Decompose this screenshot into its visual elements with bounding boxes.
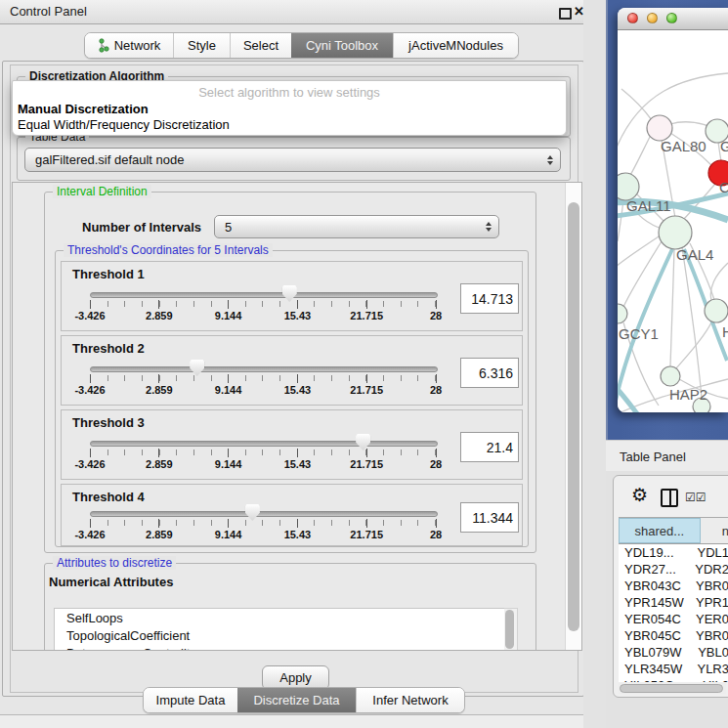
- scrollbar-thumb[interactable]: [568, 202, 579, 631]
- node-table: shared... n YDL19...YDL1 YDR27...YDR2 YB…: [619, 517, 728, 682]
- select-columns-icons[interactable]: ☑☑: [685, 491, 707, 504]
- node-label: C: [719, 179, 728, 195]
- tab-select[interactable]: Select: [230, 33, 291, 58]
- scrollbar-thumb[interactable]: [505, 610, 514, 649]
- threshold-1-label: Threshold 1: [72, 267, 145, 281]
- tab-cyni-toolbox[interactable]: Cyni Toolbox: [291, 33, 393, 58]
- control-panel-title: Control Panel: [10, 4, 87, 19]
- node-hap2[interactable]: [661, 366, 680, 386]
- table-row[interactable]: YLR345WYLR3: [619, 661, 728, 677]
- threshold-1-slider[interactable]: -3.426 2.859 9.144 15.43 21.715 28: [90, 289, 436, 324]
- slider-minor-ticks: [90, 301, 436, 307]
- numerical-attributes-list[interactable]: SelfLoops TopologicalCoefficient Between…: [54, 608, 505, 651]
- list-item[interactable]: SelfLoops: [55, 609, 504, 626]
- tab-network[interactable]: Network: [85, 33, 173, 58]
- table-data-group: Table Data galFiltered.sif default node: [17, 137, 571, 181]
- table-row[interactable]: YDL19...YDL1: [619, 544, 728, 561]
- slider-track[interactable]: [90, 511, 438, 517]
- tab-discretize-data[interactable]: Discretize Data: [237, 688, 356, 712]
- settings-vertical-scrollbar[interactable]: [565, 183, 582, 650]
- tab-style[interactable]: Style: [173, 33, 230, 58]
- cyni-mode-tabbar: Impute Data Discretize Data Infer Networ…: [143, 687, 465, 713]
- slider-thumb[interactable]: [356, 434, 370, 450]
- threshold-2-label: Threshold 2: [72, 341, 145, 356]
- threshold-3-slider[interactable]: -3.426 2.859 9.144 15.43 21.715 28: [90, 438, 436, 473]
- network-canvas[interactable]: GAL80 G C GAL11 GAL4 GCY1 H HAP2: [618, 30, 728, 412]
- table-horizontal-scrollbar[interactable]: [619, 683, 726, 694]
- slider-track[interactable]: [90, 292, 438, 298]
- node-gal11[interactable]: [618, 173, 639, 200]
- table-panel-titlebar: Table Panel: [606, 440, 728, 472]
- threshold-2-slider[interactable]: -3.426 2.859 9.144 15.43 21.715 28: [90, 364, 436, 399]
- node-gcy1[interactable]: [618, 304, 627, 323]
- slider-thumb[interactable]: [190, 360, 204, 376]
- table-row[interactable]: YDR27...YDR2: [619, 561, 728, 578]
- threshold-2-value-field[interactable]: 6.316: [460, 358, 519, 388]
- dropdown-item-equal-width-frequency[interactable]: Equal Width/Frequency Discretization: [18, 117, 230, 132]
- slider-track[interactable]: [90, 366, 438, 372]
- slider-track[interactable]: [90, 441, 438, 447]
- threshold-3-panel: Threshold 3 -3.426 2.859 9.144 15.43 21.…: [61, 409, 523, 480]
- settings-scrollpane: Interval Definition Number of Intervals …: [12, 182, 582, 651]
- table-row[interactable]: YPR145WYPR1: [619, 594, 728, 611]
- node-label: GCY1: [619, 325, 659, 342]
- table-row[interactable]: YER054CYER0: [619, 611, 728, 627]
- interval-definition-title: Interval Definition: [53, 185, 151, 198]
- node-label: GAL80: [661, 138, 707, 154]
- attributes-list-scrollbar[interactable]: [504, 608, 518, 651]
- table-row[interactable]: YBL079WYBL0: [619, 644, 728, 661]
- table-data-combobox[interactable]: galFiltered.sif default node: [24, 148, 561, 172]
- column-header-name[interactable]: n: [701, 518, 728, 543]
- slider-thumb[interactable]: [245, 504, 260, 521]
- network-icon: [98, 38, 109, 53]
- list-item[interactable]: BetweennessCentrality: [55, 644, 504, 651]
- node-gal4[interactable]: [659, 216, 692, 249]
- combo-stepper-icon: [486, 222, 492, 232]
- number-of-intervals-label: Number of Intervals: [82, 220, 201, 235]
- threshold-4-value-field[interactable]: 11.344: [460, 502, 519, 533]
- node-label: HAP2: [669, 386, 707, 403]
- network-nodes[interactable]: [618, 115, 728, 412]
- number-of-intervals-combobox[interactable]: 5: [214, 215, 499, 238]
- thresholds-group: Threshold's Coordinates for 5 Intervals …: [55, 250, 529, 547]
- table-panel-title: Table Panel: [620, 450, 686, 464]
- algorithm-dropdown-hint: Select algorithm to view settings: [13, 85, 566, 100]
- threshold-2-panel: Threshold 2 -3.426 2.859 9.144 15.43 21.…: [61, 335, 523, 406]
- split-columns-icon[interactable]: [661, 489, 678, 507]
- control-panel-titlebar: Control Panel ✕: [0, 0, 586, 24]
- thresholds-group-title: Threshold's Coordinates for 5 Intervals: [64, 243, 273, 257]
- combo-stepper-icon: [547, 155, 553, 165]
- dropdown-item-manual-discretization[interactable]: Manual Discretization: [18, 102, 149, 116]
- tab-impute-data[interactable]: Impute Data: [144, 688, 237, 712]
- table-panel-body: ⚙ ☑☑ shared... n YDL19...YDL1 YDR27...YD…: [613, 475, 728, 698]
- network-window-titlebar[interactable]: [618, 8, 728, 30]
- column-header-shared-name[interactable]: shared...: [619, 518, 701, 543]
- gear-icon[interactable]: ⚙: [631, 486, 648, 504]
- table-row[interactable]: YIL052CYIL0: [619, 677, 728, 682]
- float-window-icon[interactable]: [559, 8, 572, 20]
- threshold-4-panel: Threshold 4 -3.426 2.859 9.144 15.43 21.…: [61, 484, 523, 546]
- close-window-icon[interactable]: [627, 13, 638, 23]
- threshold-4-slider[interactable]: -3.426 2.859 9.144 15.43 21.715 28: [90, 508, 436, 543]
- minimize-window-icon[interactable]: [647, 13, 658, 23]
- table-row[interactable]: YBR043CYBR0: [619, 578, 728, 594]
- threshold-3-value-field[interactable]: 21.4: [460, 432, 519, 462]
- scrollbar-thumb[interactable]: [620, 684, 723, 693]
- slider-thumb[interactable]: [282, 285, 297, 302]
- threshold-1-value-field[interactable]: 14.713: [460, 283, 519, 314]
- attributes-group-title: Attributes to discretize: [53, 556, 176, 570]
- tab-infer-network[interactable]: Infer Network: [356, 688, 464, 712]
- table-row[interactable]: YBR045CYBR0: [619, 627, 728, 644]
- tab-jactivemnodules[interactable]: jActiveMNodules: [393, 33, 518, 58]
- list-item[interactable]: TopologicalCoefficient: [55, 626, 504, 644]
- node-label: GAL4: [676, 246, 713, 263]
- zoom-window-icon[interactable]: [666, 13, 677, 23]
- control-panel-tabbar: Network Style Select Cyni Toolbox jActiv…: [84, 32, 519, 59]
- node-label: H: [722, 323, 728, 340]
- slider-minor-ticks: [90, 520, 436, 526]
- threshold-1-panel: Threshold 1 -3.426 2.859 9.144 15.43 21.…: [61, 261, 523, 331]
- network-window[interactable]: GAL80 G C GAL11 GAL4 GCY1 H HAP2: [618, 8, 728, 412]
- node-label: GAL11: [626, 197, 671, 214]
- node-label: G: [720, 138, 728, 154]
- node-h[interactable]: [705, 299, 728, 322]
